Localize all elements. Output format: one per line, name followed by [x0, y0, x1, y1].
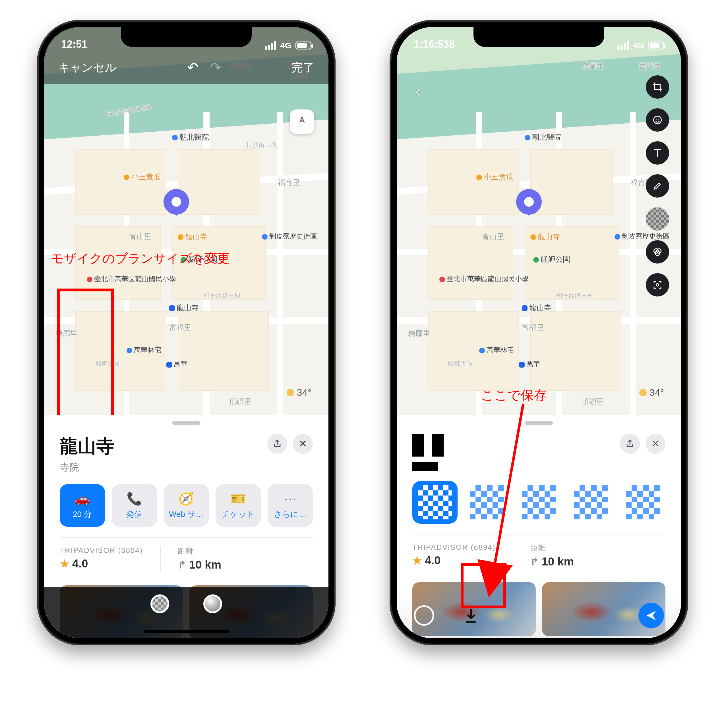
scan-tool[interactable]	[646, 273, 669, 296]
poi-hostel: 萬華林宅	[127, 345, 161, 354]
sun-icon	[639, 389, 647, 396]
poi: 萬華林宅	[479, 345, 514, 354]
undo-button[interactable]	[414, 605, 434, 626]
more-button-masked[interactable]	[620, 481, 666, 524]
distance-col: 距離 ↱10 km	[160, 546, 238, 571]
poi: 菜園里	[582, 61, 604, 71]
poi-heping: 和平西路三段	[203, 291, 241, 300]
sheet-grabber[interactable]	[525, 421, 553, 425]
phone-right: 1:16:538 4G ‹ T	[390, 20, 688, 645]
poi: 和平西路三段	[556, 291, 594, 300]
draw-tool[interactable]	[646, 174, 669, 198]
website-button-masked[interactable]	[517, 481, 562, 524]
drive-button-masked[interactable]	[412, 481, 458, 524]
poi: 糖廍里	[408, 328, 430, 338]
status-time: 12:51	[61, 38, 87, 50]
website-button[interactable]: 🧭 Web サ…	[164, 484, 209, 527]
poi-school: 臺北市萬華區龍山國民小學	[87, 274, 176, 283]
screen-right: 1:16:538 4G ‹ T	[397, 27, 681, 638]
call-button-masked[interactable]	[464, 481, 509, 524]
poi-qingshan: 青山里	[129, 232, 152, 242]
map-canvas[interactable]: 西門里 菜園里 成都路 新北環河快速道路 朝北醫院 長沙街二段 小王煮瓜 福音里…	[44, 27, 328, 415]
poi-wanhua: 萬華	[166, 360, 188, 369]
sheet-grabber[interactable]	[172, 421, 201, 425]
locate-button[interactable]	[290, 109, 314, 134]
share-button[interactable]	[620, 434, 640, 454]
svg-point-6	[656, 284, 659, 286]
share-icon	[625, 439, 635, 448]
poi: 艋舺大道	[448, 360, 473, 368]
action-row-masked	[397, 471, 681, 534]
status-time: 1:16:538	[414, 38, 455, 50]
filters-icon	[652, 246, 663, 257]
info-row: TRIPADVISOR (6894) ★4.0 距離 ↱10 km	[44, 538, 328, 580]
poi: 艋舺公園	[533, 254, 570, 264]
annotation-save-box	[461, 563, 506, 608]
done-button[interactable]: 完了	[291, 60, 314, 75]
ticket-button-masked[interactable]	[568, 481, 613, 524]
place-title: 龍山寺	[60, 434, 114, 459]
back-button[interactable]: ‹	[408, 81, 428, 101]
place-subtitle-masked	[412, 462, 438, 471]
star-icon: ★	[60, 558, 69, 570]
more-button[interactable]: ⋯ さらに…	[267, 484, 313, 527]
send-button[interactable]	[638, 603, 664, 628]
download-button[interactable]	[463, 607, 480, 624]
star-icon: ★	[412, 555, 422, 567]
emoji-tool[interactable]	[646, 108, 669, 131]
poi-fuyin: 福音里	[278, 178, 300, 187]
signal-icon	[617, 41, 629, 50]
poi: 龍山寺	[522, 303, 551, 313]
map-canvas[interactable]: 西門里 菜園里 朝北醫院 小王煮瓜 福音里 青山里 龍山寺 剝皮寮歷史街區 艋舺…	[397, 27, 681, 415]
signal-icon	[265, 41, 276, 50]
call-button[interactable]: 📞 発信	[112, 484, 157, 527]
poi-longshansi: 龍山寺	[178, 232, 207, 242]
poi-hospital: 朝北醫院	[172, 132, 209, 142]
screen-left: 12:51 4G キャンセル ↶ ↷ 完了	[44, 27, 328, 638]
markup-tool-column: T	[646, 75, 669, 296]
car-icon: 🚗	[74, 491, 90, 506]
current-location-pin	[164, 189, 189, 215]
close-button[interactable]: ✕	[645, 434, 666, 454]
battery-icon	[648, 41, 664, 49]
share-icon	[272, 439, 282, 448]
undo-icon[interactable]: ↶	[187, 59, 198, 75]
poi: 富福里	[522, 323, 544, 333]
network-type: 4G	[633, 41, 644, 50]
share-button[interactable]	[267, 434, 287, 454]
scan-icon	[652, 280, 663, 290]
phone-icon: 📞	[127, 491, 142, 506]
pencil-icon	[653, 181, 662, 191]
text-tool[interactable]: T	[646, 141, 669, 165]
info-row: TRIPADVISOR (6894) ★4.0 距離 ↱10 km	[397, 534, 681, 577]
weather-chip: 34°	[286, 387, 312, 398]
drive-button[interactable]: 🚗 20 分	[60, 484, 105, 527]
title-block-masked	[412, 434, 469, 471]
redo-icon[interactable]: ↷	[210, 59, 221, 75]
blur-tool-button[interactable]	[203, 594, 222, 613]
smile-icon	[652, 115, 663, 125]
mosaic-tool[interactable]	[646, 207, 669, 230]
ticket-button[interactable]: 🎫 チケット	[216, 484, 261, 527]
poi-road: 長沙街二段	[246, 141, 277, 149]
home-indicator[interactable]	[143, 630, 229, 633]
poi: 西門里	[639, 61, 661, 71]
status-right: 4G	[265, 41, 312, 50]
sun-icon	[286, 389, 294, 396]
svg-point-1	[656, 118, 657, 120]
current-location-pin	[516, 189, 542, 215]
crop-tool[interactable]	[646, 75, 669, 99]
poi-xiaowang: 小王煮瓜	[124, 172, 161, 182]
sheet-header: 龍山寺 寺院 ✕	[44, 431, 328, 474]
close-button[interactable]: ✕	[293, 434, 313, 454]
cancel-button[interactable]: キャンセル	[58, 60, 117, 75]
poi: 頂碩里	[582, 397, 604, 407]
annotation-save-text: ここで保存	[481, 386, 547, 404]
route-icon: ↱	[530, 556, 539, 568]
poi: 小王煮瓜	[476, 172, 513, 182]
filter-tool[interactable]	[646, 240, 669, 264]
undo-redo-group: ↶ ↷	[187, 59, 221, 75]
compass-icon	[296, 116, 308, 127]
mosaic-tool-button[interactable]	[151, 594, 169, 613]
weather-chip: 34°	[639, 387, 664, 398]
